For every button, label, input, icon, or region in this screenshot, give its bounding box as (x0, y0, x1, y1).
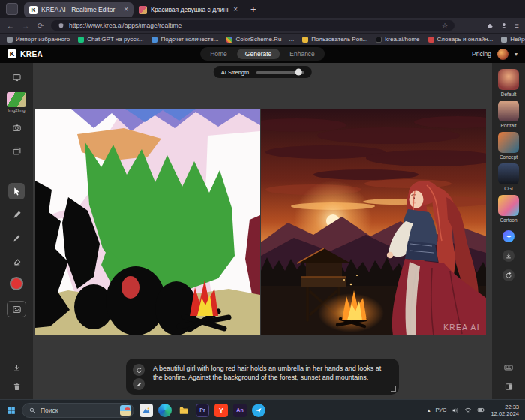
add-image-button[interactable] (7, 301, 26, 317)
color-swatch-red[interactable] (11, 278, 22, 289)
pencil-tool[interactable] (8, 230, 25, 246)
cursor-tool[interactable] (8, 183, 25, 200)
krea-logo[interactable]: K KREA (8, 50, 43, 58)
start-button[interactable] (6, 405, 16, 416)
user-avatar[interactable] (497, 49, 508, 60)
yandex-browser-icon[interactable]: Y (214, 404, 228, 417)
time: 22:33 (505, 404, 519, 410)
language-indicator[interactable]: РУС (435, 406, 446, 413)
tab-title: KREA AI - Realtime Editor (41, 6, 120, 14)
browser-tab-strip: K KREA AI - Realtime Editor × Красивая д… (0, 0, 525, 18)
extensions-puzzle-icon[interactable] (486, 22, 494, 29)
ai-strength-slider[interactable] (256, 71, 304, 74)
enhance-magic-button[interactable] (502, 230, 514, 242)
clock[interactable]: 22:33 12.02.2024 (490, 404, 519, 417)
history-button[interactable] (502, 269, 514, 281)
bookmark-item[interactable]: Подсчет количеств... (152, 36, 218, 43)
tray-chevron-up-icon[interactable]: ▴ (428, 407, 430, 413)
nav-generate[interactable]: Generate (237, 49, 280, 59)
image-favicon (139, 6, 147, 14)
close-tab-icon[interactable]: × (233, 6, 238, 14)
screen-capture-icon[interactable] (8, 69, 25, 86)
tab-image[interactable]: Красивая девушка с длинными × (134, 2, 243, 17)
pricing-link[interactable]: Pricing (472, 50, 491, 58)
wifi-icon[interactable] (464, 406, 472, 414)
bookmark-favicon (501, 37, 507, 43)
keyboard-shortcuts-icon[interactable] (503, 362, 514, 373)
bookmarks-bar: Импорт избранного Chat GPT на русск... П… (0, 33, 525, 45)
right-style-rail: Default Portrait Concept CGI Cartoon (492, 63, 525, 399)
menu-hamburger-icon[interactable]: ≡ (514, 22, 519, 30)
telegram-app-icon[interactable] (252, 404, 266, 417)
style-cgi[interactable]: CGI (498, 164, 519, 191)
bookmark-item[interactable]: Пользователь Pon... (302, 36, 368, 43)
new-tab-button[interactable]: + (250, 4, 256, 15)
bookmark-favicon (376, 37, 382, 43)
layers-icon[interactable] (8, 142, 25, 159)
shield-icon (58, 22, 64, 29)
nav-enhance[interactable]: Enhance (281, 49, 323, 59)
forward-icon[interactable]: → (21, 22, 30, 30)
trash-icon[interactable] (12, 382, 22, 392)
prompt-text: A beautiful girl with long red hair hold… (153, 364, 381, 381)
date: 12.02.2024 (490, 410, 519, 417)
export-download-icon[interactable] (12, 363, 22, 373)
bookmark-item[interactable]: Нейро-Лаборатор... (501, 36, 525, 43)
bookmark-item[interactable]: Словарь и онлайн... (428, 36, 494, 43)
anydesk-app-icon[interactable]: An (233, 404, 247, 417)
nav-home[interactable]: Home (202, 49, 236, 59)
battery-icon[interactable] (477, 406, 485, 414)
style-cartoon[interactable]: Cartoon (498, 195, 519, 223)
bookmark-favicon (78, 37, 84, 43)
reload-icon[interactable]: ⟳ (36, 22, 45, 30)
img2img-thumbnail[interactable] (7, 92, 26, 106)
bookmark-item[interactable]: Импорт избранного (7, 36, 70, 43)
account-icon[interactable] (500, 22, 508, 29)
bookmark-favicon (7, 37, 13, 43)
sketch-canvas[interactable] (35, 109, 260, 335)
slider-knob[interactable] (295, 69, 302, 76)
bookmark-star-icon[interactable]: ☆ (442, 22, 448, 29)
img2img-label: Img2Img (8, 108, 25, 112)
bookmark-item[interactable]: ColorScheme.Ru —... (226, 36, 294, 43)
chevron-down-icon[interactable]: ▾ (514, 51, 518, 58)
style-thumbnail[interactable] (498, 195, 519, 216)
brush-tool[interactable] (8, 206, 25, 223)
search-highlight-image[interactable] (120, 405, 131, 416)
back-icon[interactable]: ← (6, 22, 15, 30)
taskbar-search[interactable]: Поиск (22, 403, 134, 418)
download-button[interactable] (502, 250, 514, 262)
eraser-tool[interactable] (8, 253, 25, 269)
style-concept[interactable]: Concept (498, 132, 519, 160)
krea-logo-text: KREA (20, 50, 43, 58)
style-thumbnail[interactable] (498, 100, 519, 122)
bookmark-item[interactable]: Chat GPT на русск... (78, 36, 143, 43)
edit-prompt-button[interactable] (133, 378, 145, 390)
generated-image: KREA AI (261, 109, 486, 335)
photos-app-icon[interactable] (140, 404, 153, 417)
img2img-source[interactable]: Img2Img (7, 92, 26, 112)
prompt-input[interactable]: A beautiful girl with long red hair hold… (126, 358, 399, 394)
regenerate-button[interactable] (133, 364, 145, 376)
firefox-view-icon[interactable] (6, 3, 18, 15)
style-thumbnail[interactable] (498, 69, 519, 90)
close-tab-icon[interactable]: × (124, 6, 128, 14)
volume-icon[interactable] (452, 406, 459, 414)
bookmark-item[interactable]: krea.ai/home (376, 36, 419, 43)
file-explorer-icon[interactable] (177, 404, 190, 417)
left-tool-rail: Img2Img (0, 63, 33, 399)
style-default[interactable]: Default (498, 69, 519, 97)
resize-handle[interactable] (391, 386, 396, 392)
layout-toggle-icon[interactable] (504, 382, 514, 392)
taskbar: Поиск Pr Y An ▴ РУС 22:33 12.02.2024 (0, 399, 525, 420)
style-thumbnail[interactable] (498, 132, 519, 153)
screen: K KREA AI - Realtime Editor × Красивая д… (0, 0, 525, 420)
style-portrait[interactable]: Portrait (498, 100, 519, 128)
krea-logo-mark: K (8, 50, 16, 58)
edge-browser-icon[interactable] (158, 404, 172, 417)
premiere-app-icon[interactable]: Pr (196, 404, 209, 417)
style-thumbnail[interactable] (498, 164, 519, 184)
url-field[interactable]: https://www.krea.ai/apps/image/realtime … (51, 20, 454, 31)
camera-icon[interactable] (8, 119, 25, 136)
tab-krea[interactable]: K KREA AI - Realtime Editor × (24, 2, 134, 17)
